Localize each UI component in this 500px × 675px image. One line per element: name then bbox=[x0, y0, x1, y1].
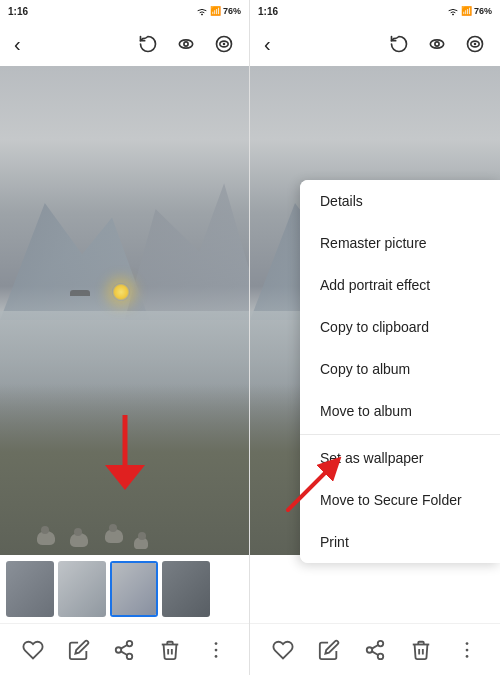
status-icons-left: 📶 76% bbox=[196, 6, 241, 16]
status-bar-right: 1:16 📶 76% bbox=[250, 0, 500, 22]
svg-point-2 bbox=[184, 42, 188, 46]
duck-4 bbox=[134, 537, 148, 549]
svg-point-30 bbox=[466, 648, 469, 651]
svg-point-25 bbox=[367, 647, 373, 653]
svg-point-10 bbox=[127, 653, 133, 659]
eye-icon-right[interactable] bbox=[426, 33, 448, 55]
menu-item-secure-folder[interactable]: Move to Secure Folder bbox=[300, 479, 500, 521]
top-icons-right bbox=[388, 33, 486, 55]
thumbnail-strip-left bbox=[0, 555, 249, 623]
share-button-right[interactable] bbox=[361, 636, 389, 664]
svg-line-11 bbox=[121, 651, 127, 655]
more-button-right[interactable] bbox=[453, 636, 481, 664]
heart-button-left[interactable] bbox=[19, 636, 47, 664]
svg-point-21 bbox=[474, 43, 477, 46]
status-icons-right: 📶 76% bbox=[447, 6, 492, 16]
battery-right: 76% bbox=[474, 6, 492, 16]
history-icon-right[interactable] bbox=[388, 33, 410, 55]
svg-point-18 bbox=[435, 42, 439, 46]
svg-point-5 bbox=[223, 43, 226, 46]
svg-point-16 bbox=[452, 14, 454, 16]
share-button-left[interactable] bbox=[110, 636, 138, 664]
menu-item-copy-clipboard[interactable]: Copy to clipboard bbox=[300, 306, 500, 348]
eye-variant-icon-left[interactable] bbox=[213, 33, 235, 55]
trash-button-left[interactable] bbox=[156, 636, 184, 664]
menu-item-details[interactable]: Details bbox=[300, 180, 500, 222]
trash-button-right[interactable] bbox=[407, 636, 435, 664]
left-panel: 1:16 📶 76% ‹ bbox=[0, 0, 250, 675]
top-bar-right: ‹ bbox=[250, 22, 500, 66]
svg-point-17 bbox=[430, 40, 443, 48]
svg-point-9 bbox=[116, 647, 122, 653]
duck-2 bbox=[70, 533, 88, 547]
history-icon-left[interactable] bbox=[137, 33, 159, 55]
thumb-1[interactable] bbox=[6, 561, 54, 617]
menu-item-print[interactable]: Print bbox=[300, 521, 500, 563]
top-bar-left: ‹ bbox=[0, 22, 249, 66]
thumb-4[interactable] bbox=[162, 561, 210, 617]
menu-divider bbox=[300, 434, 500, 435]
menu-item-set-wallpaper[interactable]: Set as wallpaper bbox=[300, 437, 500, 479]
svg-point-8 bbox=[127, 640, 133, 646]
thumb-3-active[interactable] bbox=[110, 561, 158, 617]
svg-point-14 bbox=[215, 648, 218, 651]
svg-line-12 bbox=[121, 644, 127, 648]
svg-point-24 bbox=[378, 640, 384, 646]
context-menu: Details Remaster picture Add portrait ef… bbox=[300, 180, 500, 563]
back-button-right[interactable]: ‹ bbox=[264, 33, 271, 56]
bottom-bar-left bbox=[0, 623, 249, 675]
eye-variant-icon-right[interactable] bbox=[464, 33, 486, 55]
menu-item-portrait[interactable]: Add portrait effect bbox=[300, 264, 500, 306]
svg-point-29 bbox=[466, 642, 469, 645]
more-button-left[interactable] bbox=[202, 636, 230, 664]
menu-item-remaster[interactable]: Remaster picture bbox=[300, 222, 500, 264]
svg-point-0 bbox=[201, 14, 203, 16]
heart-button-right[interactable] bbox=[269, 636, 297, 664]
time-left: 1:16 bbox=[8, 6, 28, 17]
svg-line-28 bbox=[372, 644, 378, 648]
pencil-button-left[interactable] bbox=[65, 636, 93, 664]
thumb-2[interactable] bbox=[58, 561, 106, 617]
battery-left: 76% bbox=[223, 6, 241, 16]
menu-item-move-album[interactable]: Move to album bbox=[300, 390, 500, 432]
back-button-left[interactable]: ‹ bbox=[14, 33, 21, 56]
svg-point-15 bbox=[215, 655, 218, 658]
pencil-button-right[interactable] bbox=[315, 636, 343, 664]
eye-icon-left[interactable] bbox=[175, 33, 197, 55]
signal-left: 📶 bbox=[210, 6, 221, 16]
wifi-icon-left bbox=[196, 6, 208, 16]
right-panel: 1:16 📶 76% ‹ bbox=[250, 0, 500, 675]
wifi-icon-right bbox=[447, 6, 459, 16]
bottom-bar-right bbox=[250, 623, 500, 675]
signal-right: 📶 bbox=[461, 6, 472, 16]
thumbnail-placeholder-right bbox=[250, 555, 500, 623]
duck-3 bbox=[105, 529, 123, 543]
photo-left bbox=[0, 66, 249, 555]
time-right: 1:16 bbox=[258, 6, 278, 17]
duck-1 bbox=[37, 531, 55, 545]
svg-line-27 bbox=[372, 651, 378, 655]
status-bar-left: 1:16 📶 76% bbox=[0, 0, 249, 22]
top-icons-left bbox=[137, 33, 235, 55]
menu-item-copy-album[interactable]: Copy to album bbox=[300, 348, 500, 390]
svg-point-13 bbox=[215, 642, 218, 645]
svg-point-31 bbox=[466, 655, 469, 658]
svg-point-26 bbox=[378, 653, 384, 659]
svg-point-1 bbox=[179, 40, 192, 48]
